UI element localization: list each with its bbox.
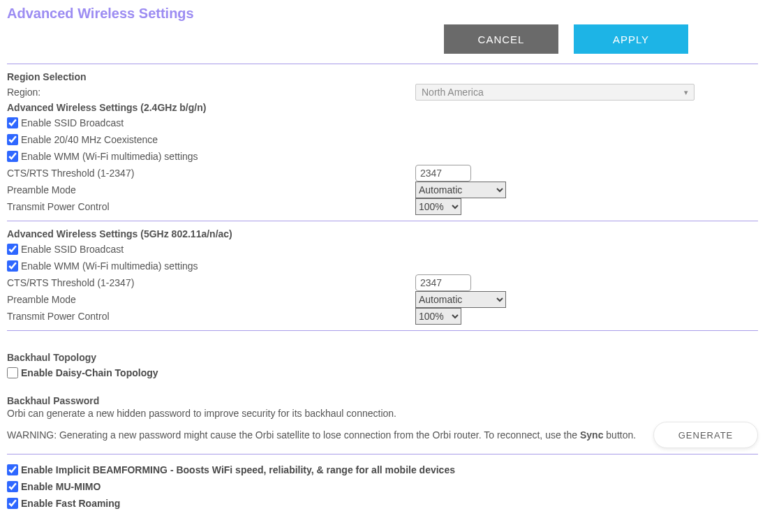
divider: [7, 330, 758, 331]
chevron-down-icon: ▾: [684, 88, 688, 97]
ssid-broadcast-24-label: Enable SSID Broadcast: [21, 117, 124, 128]
ssid-broadcast-5-checkbox[interactable]: [7, 244, 18, 255]
page-title: Advanced Wireless Settings: [7, 6, 758, 22]
region-section-heading: Region Selection: [7, 71, 758, 82]
power-24-select[interactable]: 100%: [415, 198, 461, 215]
wmm-5-label: Enable WMM (Wi-Fi multimedia) settings: [21, 260, 198, 272]
wmm-24-checkbox[interactable]: [7, 151, 18, 162]
action-button-bar: CANCEL APPLY: [7, 24, 758, 54]
backhaul-password-heading: Backhaul Password: [7, 395, 758, 406]
cancel-button[interactable]: CANCEL: [444, 24, 558, 54]
preamble-5-select[interactable]: Automatic: [415, 291, 506, 308]
divider: [7, 64, 758, 64]
divider: [7, 454, 758, 455]
region-select-value: North America: [422, 87, 484, 98]
preamble-5-label: Preamble Mode: [7, 294, 415, 305]
beamforming-label: Enable Implicit BEAMFORMING - Boosts WiF…: [21, 464, 455, 475]
mumimo-checkbox[interactable]: [7, 481, 18, 492]
daisy-chain-label: Enable Daisy-Chain Topology: [21, 367, 158, 378]
wmm-5-checkbox[interactable]: [7, 260, 18, 272]
fast-roaming-label: Enable Fast Roaming: [21, 498, 120, 509]
fast-roaming-checkbox[interactable]: [7, 498, 18, 509]
wmm-24-label: Enable WMM (Wi-Fi multimedia) settings: [21, 151, 198, 162]
backhaul-topology-heading: Backhaul Topology: [7, 352, 758, 363]
ssid-broadcast-5-label: Enable SSID Broadcast: [21, 244, 124, 255]
region-select[interactable]: North America ▾: [415, 84, 695, 101]
ssid-broadcast-24-checkbox[interactable]: [7, 117, 18, 128]
daisy-chain-checkbox[interactable]: [7, 367, 18, 378]
cts-24-label: CTS/RTS Threshold (1-2347): [7, 168, 415, 179]
beamforming-checkbox[interactable]: [7, 464, 18, 475]
mumimo-label: Enable MU-MIMO: [21, 481, 101, 492]
divider: [7, 221, 758, 221]
band5-heading: Advanced Wireless Settings (5GHz 802.11a…: [7, 228, 758, 239]
cts-24-input[interactable]: [415, 165, 471, 182]
power-5-select[interactable]: 100%: [415, 308, 461, 325]
generate-button[interactable]: GENERATE: [653, 422, 758, 448]
backhaul-password-desc: Orbi can generate a new hidden password …: [7, 408, 758, 419]
coexistence-24-checkbox[interactable]: [7, 134, 18, 145]
power-24-label: Transmit Power Control: [7, 201, 415, 212]
cts-5-label: CTS/RTS Threshold (1-2347): [7, 277, 415, 288]
sync-word: Sync: [580, 429, 603, 441]
apply-button[interactable]: APPLY: [574, 24, 688, 54]
power-5-label: Transmit Power Control: [7, 311, 415, 322]
region-label: Region:: [7, 87, 415, 98]
preamble-24-select[interactable]: Automatic: [415, 182, 506, 198]
band24-heading: Advanced Wireless Settings (2.4GHz b/g/n…: [7, 102, 758, 113]
preamble-24-label: Preamble Mode: [7, 184, 415, 195]
cts-5-input[interactable]: [415, 274, 471, 291]
backhaul-warning-text: WARNING: Generating a new password might…: [7, 429, 636, 441]
coexistence-24-label: Enable 20/40 MHz Coexistence: [21, 134, 158, 145]
